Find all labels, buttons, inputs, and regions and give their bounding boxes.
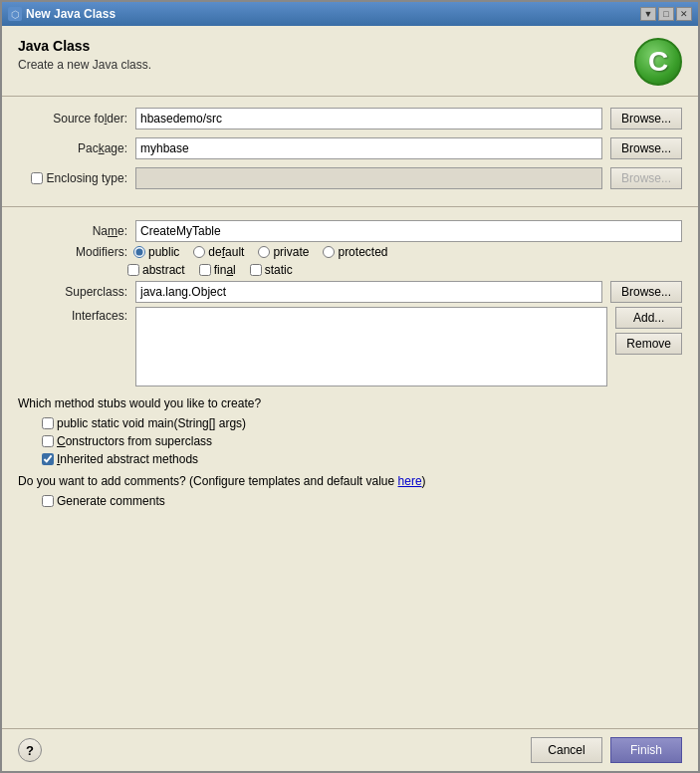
name-label: Name: <box>18 224 127 238</box>
source-folder-input[interactable] <box>135 108 602 129</box>
modifier-private-radio[interactable] <box>258 246 270 258</box>
header-title: Java Class <box>18 38 151 54</box>
close-button[interactable]: ✕ <box>676 7 692 21</box>
modifier-default-radio[interactable] <box>193 246 205 258</box>
form-section: Source folder: Browse... Package: Browse… <box>2 97 698 200</box>
modifiers-label: Modifiers: <box>18 245 127 259</box>
stub-main-label: public static void main(String[] args) <box>57 416 246 430</box>
interfaces-label: Interfaces: <box>18 307 127 323</box>
stub-main-checkbox[interactable] <box>42 417 54 429</box>
modifier-private-label: private <box>273 245 309 259</box>
header-subtitle: Create a new Java class. <box>18 58 151 72</box>
source-folder-browse-button[interactable]: Browse... <box>610 108 682 129</box>
name-section: Name: <box>2 213 698 245</box>
modifier-public[interactable]: public <box>133 245 179 259</box>
minimize-button[interactable]: ▼ <box>640 7 656 21</box>
package-browse-button[interactable]: Browse... <box>610 137 682 159</box>
modifier-protected-label: protected <box>338 245 387 259</box>
stub-main[interactable]: public static void main(String[] args) <box>42 416 682 430</box>
divider-1 <box>2 206 698 207</box>
modifier-default-label: default <box>208 245 244 259</box>
interfaces-list[interactable] <box>135 307 607 386</box>
modifier-final-checkbox[interactable] <box>199 264 211 276</box>
package-input[interactable] <box>135 137 602 159</box>
superclass-label: Superclass: <box>18 285 127 299</box>
finish-button[interactable]: Finish <box>610 737 682 763</box>
remove-interface-button[interactable]: Remove <box>615 333 682 355</box>
modifier-public-radio[interactable] <box>133 246 145 258</box>
modifier-static[interactable]: static <box>250 263 293 277</box>
comments-prefix: Do you want to add comments? (Configure … <box>18 474 398 488</box>
comments-section: Do you want to add comments? (Configure … <box>2 470 698 512</box>
logo-icon: C <box>634 38 682 86</box>
modifier-final[interactable]: final <box>199 263 236 277</box>
source-folder-label: Source folder: <box>18 112 127 126</box>
enclosing-type-checkbox[interactable] <box>31 172 43 184</box>
dialog-content: Source folder: Browse... Package: Browse… <box>2 97 698 771</box>
stub-constructors[interactable]: Constructors from superclass <box>42 434 682 448</box>
modifier-protected-radio[interactable] <box>323 246 335 258</box>
name-input[interactable] <box>135 220 682 242</box>
stub-inherited-label: Inherited abstract methods <box>57 452 198 466</box>
add-interface-button[interactable]: Add... <box>615 307 682 329</box>
modifier-abstract-checkbox[interactable] <box>127 264 139 276</box>
stubs-items: public static void main(String[] args) C… <box>42 416 682 466</box>
title-bar-left: ⬡ New Java Class <box>8 7 116 21</box>
modifier-static-checkbox[interactable] <box>250 264 262 276</box>
comments-suffix: ) <box>422 474 426 488</box>
title-bar: ⬡ New Java Class ▼ □ ✕ <box>2 2 698 26</box>
package-row: Package: Browse... <box>18 136 682 160</box>
header-text: Java Class Create a new Java class. <box>18 38 151 72</box>
stub-inherited-checkbox[interactable] <box>42 453 54 465</box>
modifier-abstract[interactable]: abstract <box>127 263 185 277</box>
enclosing-type-row: Enclosing type: Browse... <box>18 166 682 190</box>
enclosing-type-label: Enclosing type: <box>18 171 127 185</box>
modifiers-radio-group: public default private protected <box>133 245 388 259</box>
interfaces-buttons: Add... Remove <box>615 307 682 355</box>
stubs-title: Which method stubs would you like to cre… <box>18 396 682 410</box>
footer-right-buttons: Cancel Finish <box>531 737 682 763</box>
comments-link[interactable]: here <box>398 474 422 488</box>
modifier-static-label: static <box>265 263 293 277</box>
maximize-button[interactable]: □ <box>658 7 674 21</box>
modifier-final-label: final <box>214 263 236 277</box>
enclosing-type-browse-button[interactable]: Browse... <box>610 167 682 189</box>
new-java-class-window: ⬡ New Java Class ▼ □ ✕ Java Class Create… <box>0 0 700 773</box>
interfaces-section: Interfaces: Add... Remove <box>2 307 698 386</box>
modifier-abstract-label: abstract <box>142 263 185 277</box>
superclass-input[interactable] <box>135 281 602 303</box>
cancel-button[interactable]: Cancel <box>531 737 602 763</box>
modifier-protected[interactable]: protected <box>323 245 387 259</box>
superclass-row: Superclass: Browse... <box>2 281 698 303</box>
stub-constructors-label: Constructors from superclass <box>57 434 212 448</box>
name-row: Name: <box>18 219 682 243</box>
comments-description: Do you want to add comments? (Configure … <box>18 474 682 488</box>
stubs-section: Which method stubs would you like to cre… <box>2 386 698 470</box>
modifiers-label-row: Modifiers: public default private <box>18 245 682 259</box>
package-label: Package: <box>18 141 127 155</box>
dialog-footer: ? Cancel Finish <box>2 728 698 771</box>
generate-comments[interactable]: Generate comments <box>42 494 682 508</box>
dialog-header: Java Class Create a new Java class. C <box>2 26 698 97</box>
modifiers-section: Modifiers: public default private <box>2 245 698 277</box>
modifier-private[interactable]: private <box>258 245 309 259</box>
source-folder-row: Source folder: Browse... <box>18 107 682 130</box>
modifier-public-label: public <box>148 245 179 259</box>
window-title: New Java Class <box>26 7 116 21</box>
generate-comments-label: Generate comments <box>57 494 165 508</box>
enclosing-type-input[interactable] <box>135 167 602 189</box>
modifier-checks-row: abstract final static <box>127 263 682 277</box>
help-button[interactable]: ? <box>18 738 42 762</box>
stub-inherited[interactable]: Inherited abstract methods <box>42 452 682 466</box>
modifier-default[interactable]: default <box>193 245 244 259</box>
generate-comments-checkbox[interactable] <box>42 495 54 507</box>
superclass-browse-button[interactable]: Browse... <box>610 281 682 303</box>
stub-constructors-checkbox[interactable] <box>42 435 54 447</box>
title-bar-buttons: ▼ □ ✕ <box>640 7 692 21</box>
window-icon: ⬡ <box>8 7 22 21</box>
